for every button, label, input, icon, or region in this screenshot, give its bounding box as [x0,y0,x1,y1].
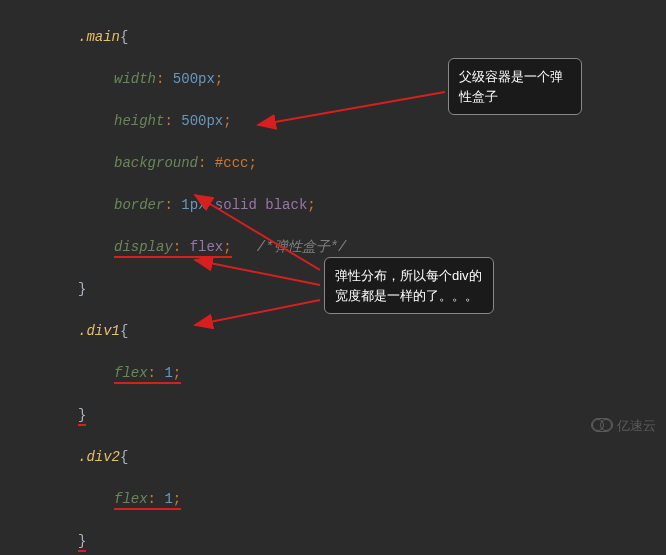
watermark-icon [591,418,613,432]
css-rule-div1: .div1{ [0,321,666,342]
css-rule-main: .main{ [0,27,666,48]
annotation-box-2: 弹性分布，所以每个div的宽度都是一样的了。。。 [324,257,494,314]
annotation-box-1: 父级容器是一个弹性盒子 [448,58,582,115]
watermark: 亿速云 [591,416,656,436]
watermark-text: 亿速云 [617,416,656,436]
css-rule-div2: .div2{ [0,447,666,468]
